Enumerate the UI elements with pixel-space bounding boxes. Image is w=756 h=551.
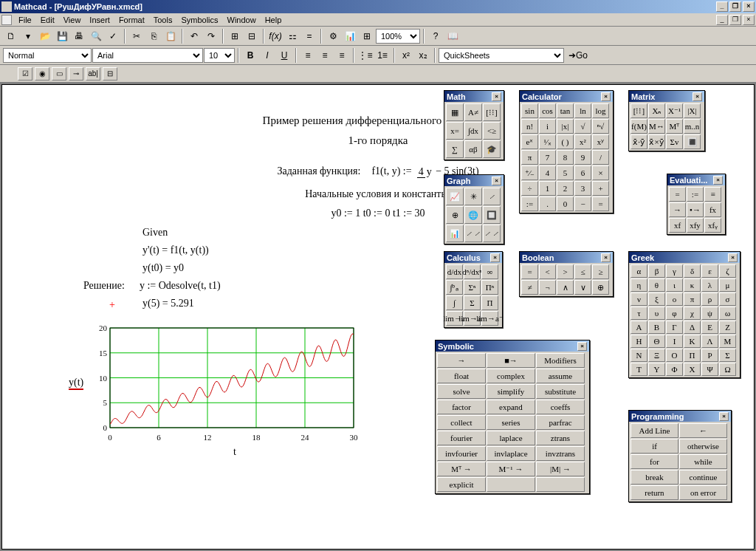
resource-icon[interactable]: 📖 bbox=[444, 28, 461, 44]
palette-button[interactable]: xfy bbox=[687, 218, 704, 233]
palette-button[interactable]: xfᵧ bbox=[704, 218, 721, 233]
help-icon[interactable]: ? bbox=[427, 28, 444, 44]
palette-button[interactable]: Κ bbox=[684, 335, 701, 348]
palette-button[interactable]: Χ bbox=[684, 363, 701, 376]
palette-button[interactable]: = bbox=[669, 187, 686, 202]
palette-button[interactable]: ⁺⁄₋ bbox=[521, 165, 538, 180]
palette-button[interactable]: φ bbox=[666, 307, 683, 320]
close-icon[interactable]: × bbox=[728, 253, 738, 262]
maximize-button[interactable]: ❐ bbox=[729, 1, 741, 12]
palette-button[interactable]: 1 bbox=[539, 181, 556, 196]
palette-button[interactable]: continue bbox=[679, 470, 727, 485]
palette-button[interactable]: Ω bbox=[719, 363, 736, 376]
palette-button[interactable]: √ bbox=[574, 119, 591, 134]
palette-button[interactable]: / bbox=[592, 150, 609, 165]
palette-button[interactable]: 📊 bbox=[446, 225, 464, 242]
redo-icon[interactable]: ↷ bbox=[203, 28, 219, 44]
palette-button[interactable]: 2 bbox=[557, 181, 574, 196]
palette-button[interactable]: + bbox=[592, 181, 609, 196]
palette-button[interactable]: M↔ bbox=[648, 119, 665, 134]
palette-button[interactable]: Σ bbox=[464, 295, 481, 310]
palette-button[interactable]: ≡ bbox=[704, 187, 721, 202]
palette-button[interactable]: |M| → bbox=[536, 462, 585, 476]
palette-button[interactable]: Ε bbox=[701, 321, 718, 334]
palette-button[interactable]: invlaplace bbox=[487, 446, 535, 461]
palette-button[interactable]: 🌐 bbox=[464, 206, 482, 224]
palette-symbolic[interactable]: Symbolic× →■→Modifiersfloatcomplexassume… bbox=[435, 340, 590, 494]
palette-button[interactable]: Modifiers bbox=[536, 353, 585, 368]
palette-button[interactable]: complex bbox=[487, 369, 535, 383]
palette-button[interactable]: Ζ bbox=[719, 321, 736, 334]
palette-button[interactable]: ⟋ bbox=[483, 188, 501, 205]
palette-button[interactable]: ÷ bbox=[521, 181, 538, 196]
list-icon[interactable]: ⊟ bbox=[103, 67, 117, 81]
palette-button[interactable]: ⁿ√ bbox=[592, 119, 609, 134]
doc-restore-button[interactable]: ❐ bbox=[729, 15, 741, 25]
palette-button[interactable]: ε bbox=[701, 264, 718, 278]
palette-button[interactable]: coeffs bbox=[536, 400, 585, 414]
palette-button[interactable]: 7 bbox=[539, 150, 556, 165]
menu-symbolics[interactable]: Symbolics bbox=[176, 14, 222, 26]
palette-button[interactable]: float bbox=[437, 369, 486, 383]
palette-button[interactable]: ∞ bbox=[481, 264, 498, 279]
palette-button[interactable]: X⁻¹ bbox=[666, 103, 683, 118]
palette-button[interactable]: Τ bbox=[630, 363, 647, 376]
palette-button[interactable]: collect bbox=[437, 415, 486, 430]
palette-button[interactable] bbox=[487, 477, 535, 492]
minimize-button[interactable]: _ bbox=[716, 1, 728, 12]
palette-button[interactable]: Β bbox=[648, 321, 665, 334]
palette-button[interactable]: × bbox=[592, 165, 609, 180]
palette-button[interactable]: Mᵀ bbox=[666, 119, 683, 134]
close-icon[interactable]: × bbox=[713, 176, 723, 185]
palette-button[interactable]: |x| bbox=[557, 119, 574, 134]
align-right-icon[interactable]: ≡ bbox=[334, 47, 350, 64]
menu-file[interactable]: File bbox=[14, 14, 36, 26]
bullets-icon[interactable]: ⋮≡ bbox=[357, 47, 374, 64]
palette-button[interactable]: while bbox=[679, 454, 727, 469]
palette-button[interactable]: x̄·ȳ bbox=[630, 134, 647, 149]
palette-button[interactable]: ≠ bbox=[521, 280, 538, 295]
palette-button[interactable]: A≠ bbox=[464, 103, 482, 121]
textbox-icon[interactable]: ab| bbox=[86, 67, 100, 81]
palette-button[interactable]: := bbox=[687, 187, 704, 202]
palette-button[interactable]: dⁿ/dxⁿ bbox=[464, 264, 481, 279]
palette-button[interactable]: τ bbox=[630, 307, 647, 320]
palette-button[interactable]: γ bbox=[666, 264, 683, 278]
align2-icon[interactable]: ⊟ bbox=[244, 28, 260, 44]
palette-button[interactable]: μ bbox=[719, 278, 736, 292]
palette-button[interactable]: = bbox=[592, 196, 609, 211]
palette-button[interactable]: 8 bbox=[557, 150, 574, 165]
palette-button[interactable]: > bbox=[557, 264, 574, 279]
palette-button[interactable]: factor bbox=[437, 400, 486, 414]
palette-button[interactable]: M⁻¹ → bbox=[487, 462, 535, 476]
palette-button[interactable]: 3 bbox=[574, 181, 591, 196]
palette-button[interactable]: ∑ bbox=[446, 140, 464, 158]
palette-button[interactable]: Ν bbox=[630, 349, 647, 362]
palette-button[interactable]: substitute bbox=[536, 384, 585, 399]
palette-button[interactable]: ⊕ bbox=[446, 206, 464, 224]
arrow-icon[interactable]: ▾ bbox=[20, 28, 36, 44]
font-select[interactable]: Arial bbox=[92, 48, 203, 63]
close-icon[interactable]: × bbox=[693, 92, 702, 101]
palette-button[interactable]: η bbox=[630, 278, 647, 292]
palette-calculator[interactable]: Calculator× sincostanlnlogn!i|x|√ⁿ√eˣ¹⁄ₓ… bbox=[519, 90, 614, 213]
palette-button[interactable]: Π bbox=[481, 295, 498, 310]
palette-button[interactable]: Σv bbox=[666, 134, 683, 149]
preview-icon[interactable]: 🔍 bbox=[88, 28, 104, 44]
palette-programming[interactable]: Programming× Add Line←ifotherwiseforwhil… bbox=[628, 410, 732, 502]
doc-close-button[interactable]: × bbox=[743, 15, 755, 25]
close-icon[interactable]: × bbox=[577, 342, 587, 351]
palette-button[interactable]: Σⁿ bbox=[464, 280, 481, 295]
close-button[interactable]: × bbox=[743, 1, 755, 12]
align-left-icon[interactable]: ≡ bbox=[300, 47, 316, 64]
palette-button[interactable]: parfrac bbox=[536, 415, 585, 430]
palette-button[interactable]: simplify bbox=[487, 384, 535, 399]
copy-icon[interactable]: ⎘ bbox=[145, 28, 162, 44]
palette-button[interactable]: ∧ bbox=[557, 280, 574, 295]
menu-tools[interactable]: Tools bbox=[149, 14, 177, 26]
calc-icon[interactable]: = bbox=[301, 28, 317, 44]
palette-button[interactable]: eˣ bbox=[521, 134, 538, 149]
palette-matrix[interactable]: Matrix× [⁝⁝]XₙX⁻¹|X|f(M)M↔Mᵀm..nx̄·ȳx̄×ȳ… bbox=[628, 90, 705, 151]
spell-icon[interactable]: ✓ bbox=[105, 28, 121, 44]
quicksheets-select[interactable]: QuickSheets bbox=[439, 48, 564, 63]
